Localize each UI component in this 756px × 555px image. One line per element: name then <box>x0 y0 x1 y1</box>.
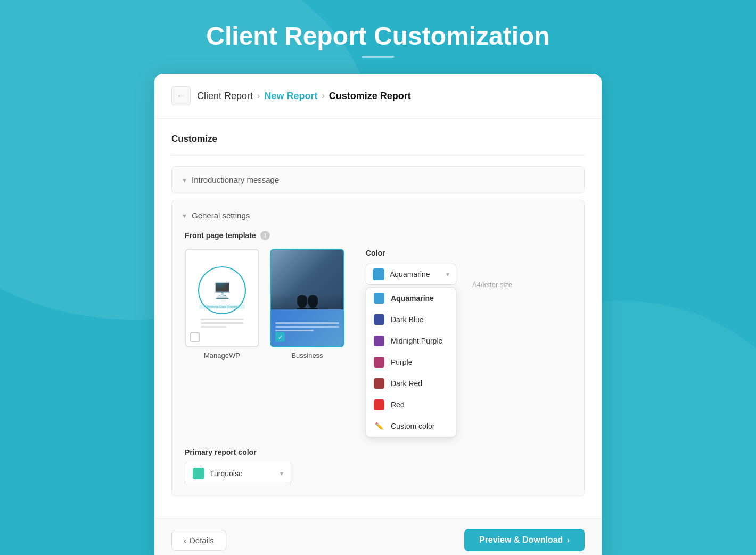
title-divider <box>362 56 394 58</box>
bussiness-thumb: 👥 ✓ <box>270 249 344 347</box>
section-divider <box>171 155 585 156</box>
primary-color-label: Primary report color <box>185 448 571 456</box>
business-stripe-lines <box>275 322 339 333</box>
general-settings-accordion[interactable]: ▾ General settings <box>183 211 573 220</box>
breadcrumb-customize-report: Customize Report <box>329 91 411 102</box>
managewp-line <box>201 319 243 320</box>
template-bussiness[interactable]: 👥 ✓ Bussiness <box>270 249 344 360</box>
color-label: Color <box>366 249 462 257</box>
page-title: Client Report Customization <box>206 21 549 51</box>
primary-color-section: Primary report color Turquoise ▾ <box>185 448 571 485</box>
main-card: ← Client Report › New Report › Customize… <box>154 74 602 555</box>
chevron-right-icon: › <box>567 536 570 544</box>
color-swatch-selected <box>373 268 384 280</box>
stripe-line <box>275 330 314 331</box>
details-button-label: Details <box>190 536 214 545</box>
managewp-name: ManageWP <box>185 352 259 360</box>
breadcrumb-sep-2: › <box>322 91 324 101</box>
template-managewp[interactable]: 🖥️ Website Care Report ManageWP <box>185 249 259 360</box>
footer-bar: ‹ Details Preview & Download › <box>154 518 602 555</box>
info-icon[interactable]: i <box>260 231 270 240</box>
general-settings-section: ▾ General settings Front page template i… <box>171 200 585 496</box>
chevron-down-icon: ▾ <box>183 176 186 184</box>
breadcrumb-new-report[interactable]: New Report <box>264 91 317 102</box>
managewp-line <box>201 326 226 328</box>
color-option-aquamarine[interactable]: Aquamarine <box>366 288 456 309</box>
customize-section-title: Customize <box>171 134 585 144</box>
color-option-midnight-purple[interactable]: Midnight Purple <box>366 330 456 352</box>
color-dot-darkred <box>374 378 384 389</box>
preview-download-button[interactable]: Preview & Download › <box>464 529 585 551</box>
details-button[interactable]: ‹ Details <box>171 530 226 551</box>
managewp-badge: Website Care Report <box>199 305 245 309</box>
introductory-message-accordion[interactable]: ▾ Introductionary message <box>171 166 585 193</box>
color-option-label: Aquamarine <box>391 294 434 303</box>
color-select-inner: Aquamarine <box>373 268 430 280</box>
breadcrumb-sep-1: › <box>257 91 260 101</box>
color-option-purple[interactable]: Purple <box>366 352 456 373</box>
bussiness-checkmark: ✓ <box>275 332 285 342</box>
managewp-thumb: 🖥️ Website Care Report <box>185 249 259 347</box>
breadcrumb: Client Report › New Report › Customize R… <box>197 91 411 102</box>
bussiness-name: Bussiness <box>270 352 344 360</box>
color-dot-darkblue <box>374 314 384 325</box>
color-option-label: Purple <box>391 358 412 366</box>
chevron-down-icon-2: ▾ <box>183 211 186 220</box>
color-dot-purple <box>374 357 384 368</box>
color-dot-red <box>374 399 384 410</box>
chevron-left-icon: ‹ <box>184 536 186 545</box>
color-option-red[interactable]: Red <box>366 394 456 415</box>
introductory-message-label: Introductionary message <box>192 175 279 184</box>
front-page-template-label: Front page template <box>185 231 256 240</box>
color-option-custom[interactable]: ✏️ Custom color <box>366 415 456 437</box>
color-option-label: Custom color <box>391 422 434 430</box>
stripe-line <box>275 326 339 328</box>
managewp-lines <box>201 319 243 330</box>
color-section: Color Aquamarine ▾ <box>366 249 462 437</box>
primary-color-swatch <box>193 468 204 479</box>
color-option-label: Midnight Purple <box>391 337 442 345</box>
color-dot-aquamarine <box>374 293 384 304</box>
breadcrumb-client-report: Client Report <box>197 91 253 102</box>
color-select-button[interactable]: Aquamarine ▾ <box>366 264 456 285</box>
color-name-selected: Aquamarine <box>390 270 430 279</box>
color-option-darkblue[interactable]: Dark Blue <box>366 309 456 330</box>
color-option-darkred[interactable]: Dark Red <box>366 373 456 394</box>
general-settings-label: General settings <box>192 211 250 220</box>
templates-row: 🖥️ Website Care Report ManageWP <box>185 249 571 437</box>
size-note: A4/letter size <box>472 281 512 289</box>
managewp-circle: 🖥️ Website Care Report <box>198 266 246 314</box>
color-option-label: Dark Red <box>391 379 422 388</box>
preview-download-label: Preview & Download <box>479 535 563 545</box>
primary-color-name: Turquoise <box>210 469 243 478</box>
pen-icon: ✏️ <box>374 421 384 431</box>
color-option-label: Dark Blue <box>391 315 423 324</box>
back-button[interactable]: ← <box>171 86 191 105</box>
primary-color-select-button[interactable]: Turquoise ▾ <box>185 462 291 485</box>
color-dropdown: Aquamarine Dark Blue Midnight Purple <box>366 287 456 437</box>
managewp-illustration: 🖥️ <box>213 282 232 299</box>
chevron-down-icon-4: ▾ <box>280 470 283 477</box>
color-option-label: Red <box>391 401 405 409</box>
template-label-row: Front page template i <box>185 231 571 240</box>
front-page-template-section: Front page template i 🖥️ Website Care Re… <box>183 231 573 485</box>
stripe-line <box>275 322 339 324</box>
color-dot-midnight <box>374 336 384 346</box>
chevron-down-icon-3: ▾ <box>446 271 449 278</box>
content-area: Customize ▾ Introductionary message ▾ Ge… <box>154 119 602 518</box>
primary-color-inner: Turquoise <box>193 468 243 479</box>
managewp-line <box>201 322 243 324</box>
breadcrumb-bar: ← Client Report › New Report › Customize… <box>154 74 602 119</box>
managewp-checkbox[interactable] <box>190 332 200 342</box>
